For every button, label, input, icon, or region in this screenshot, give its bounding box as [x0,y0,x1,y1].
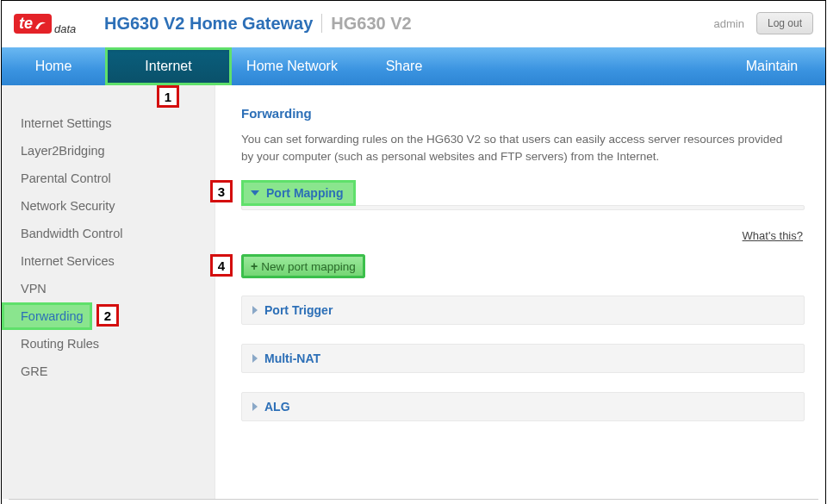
accordion-alg-label: ALG [264,400,290,414]
sidebar-item-vpn[interactable]: VPN [2,275,215,302]
logo-swoosh-icon [34,17,47,29]
tab-internet-label: Internet [145,59,191,74]
accordion-multi-nat-label: Multi-NAT [264,352,320,365]
section-title: Forwarding [241,106,805,121]
chevron-right-icon [252,354,258,363]
sidebar-item-internet-services[interactable]: Internet Services [2,247,215,275]
sidebar-item-parental-control[interactable]: Parental Control [2,165,215,192]
sidebar-item-internet-settings[interactable]: Internet Settings [2,109,215,137]
logo-badge-text: te [19,16,33,31]
sidebar-item-network-security[interactable]: Network Security [2,192,215,220]
user-label: admin [714,17,744,30]
tab-home[interactable]: Home [2,47,105,85]
new-port-mapping-label: New port mapping [261,260,356,273]
chevron-right-icon [252,306,258,314]
sidebar-item-forwarding[interactable]: Forwarding 2 [2,302,92,330]
sidebar: Internet Settings Layer2Bridging Parenta… [2,85,215,499]
step-2-callout: 2 [96,304,119,327]
new-port-mapping-button[interactable]: + New port mapping [241,254,365,278]
whats-this-link[interactable]: What's this? [743,229,803,242]
logo-badge: te [14,14,52,34]
product-title: HG630 V2 Home Gateway [104,14,313,34]
sidebar-item-gre[interactable]: GRE [2,358,215,385]
step-3-callout: 3 [210,180,233,202]
tab-internet[interactable]: Internet 1 [105,47,232,85]
tab-share[interactable]: Share [352,47,456,85]
chevron-right-icon [252,402,258,411]
accordion-alg[interactable]: ALG [241,392,805,421]
accordion-port-mapping-label: Port Mapping [266,186,343,200]
accordion-multi-nat[interactable]: Multi-NAT [241,344,805,373]
section-desc: You can set forwarding rules on the HG63… [241,131,793,165]
header: te data HG630 V2 Home Gateway HG630 V2 a… [2,1,825,47]
step-4-callout: 4 [210,254,233,277]
title-separator [321,14,322,33]
tab-home-network[interactable]: Home Network [232,47,352,85]
logo: te data [14,8,87,39]
sidebar-item-routing-rules[interactable]: Routing Rules [2,330,215,358]
content: Forwarding You can set forwarding rules … [215,85,825,499]
accordion-port-trigger[interactable]: Port Trigger [241,296,805,325]
accordion-port-mapping[interactable]: Port Mapping [241,180,356,206]
accordion-port-trigger-label: Port Trigger [264,303,333,317]
footer: Copyright © Huawei Technologies Co., Ltd… [9,499,818,504]
sidebar-item-layer2bridging[interactable]: Layer2Bridging [2,137,215,165]
sidebar-item-forwarding-label: Forwarding [21,309,84,323]
logout-button[interactable]: Log out [756,12,813,34]
product-model: HG630 V2 [331,14,411,34]
whats-this-row: What's this? [241,229,803,242]
step-1-callout: 1 [157,85,179,108]
main-nav: Home Internet 1 Home Network Share Maint… [2,47,825,85]
logo-word: data [54,22,76,35]
tab-maintain[interactable]: Maintain [722,47,825,85]
title-block: HG630 V2 Home Gateway HG630 V2 [104,14,412,34]
plus-icon: + [251,259,258,273]
chevron-down-icon [251,190,259,196]
sidebar-item-bandwidth-control[interactable]: Bandwidth Control [2,220,215,247]
